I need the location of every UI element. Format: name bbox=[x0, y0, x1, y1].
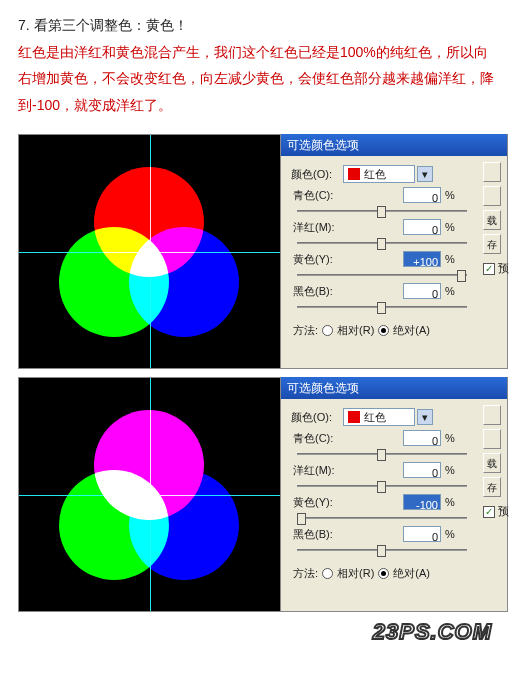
percent-sign: % bbox=[445, 492, 455, 513]
selective-color-panel-1: 可选颜色选项 颜色(O): 红色 ▾ 青色(C): 0 % bbox=[281, 134, 508, 369]
radio-absolute-label: 绝对(A) bbox=[393, 320, 430, 341]
demo-1: 可选颜色选项 颜色(O): 红色 ▾ 青色(C): 0 % bbox=[18, 134, 508, 369]
circle-red bbox=[94, 167, 204, 277]
slider-track[interactable] bbox=[297, 449, 467, 459]
method-row: 方法: 相对(R) 绝对(A) bbox=[281, 320, 507, 341]
dropdown-button[interactable]: ▾ bbox=[417, 409, 433, 425]
color-label: 颜色(O): bbox=[291, 407, 343, 428]
slider-label: 青色(C): bbox=[293, 428, 343, 449]
ok-button[interactable] bbox=[483, 405, 501, 425]
color-swatch-icon bbox=[348, 168, 360, 180]
slider-label: 黄色(Y): bbox=[293, 249, 343, 270]
panel-titlebar: 可选颜色选项 bbox=[281, 377, 507, 399]
method-label: 方法: bbox=[293, 563, 318, 584]
side-buttons: 载 存 ✓ 预 bbox=[483, 162, 509, 279]
slider-cyan: 青色(C): 0 % bbox=[281, 429, 507, 459]
chevron-down-icon: ▾ bbox=[422, 164, 428, 185]
preview-checkbox[interactable]: ✓ bbox=[483, 263, 495, 275]
slider-value-input[interactable]: +100 bbox=[403, 251, 441, 267]
slider-label: 黑色(B): bbox=[293, 281, 343, 302]
slider-yellow: 黄色(Y): +100 % bbox=[281, 250, 507, 280]
percent-sign: % bbox=[445, 217, 455, 238]
slider-label: 青色(C): bbox=[293, 185, 343, 206]
demo-2: 可选颜色选项 颜色(O): 红色 ▾ 青色(C): 0 % bbox=[18, 377, 508, 612]
slider-track[interactable] bbox=[297, 302, 467, 312]
footer: 23PS.COM 图片处理教程网 bbox=[18, 620, 508, 652]
step-heading: 7. 看第三个调整色：黄色！ bbox=[18, 12, 496, 39]
circles-mgb bbox=[59, 418, 239, 578]
slider-black: 黑色(B): 0 % bbox=[281, 525, 507, 555]
slider-magenta: 洋红(M): 0 % bbox=[281, 461, 507, 491]
color-selected: 红色 bbox=[364, 407, 410, 428]
explanation-paragraph: 红色是由洋红和黄色混合产生，我们这个红色已经是100%的纯红色，所以向右增加黄色… bbox=[18, 39, 496, 119]
color-swatch-icon bbox=[348, 411, 360, 423]
watermark-subtitle: 图片处理教程网 bbox=[429, 649, 492, 652]
circle-magenta bbox=[94, 410, 204, 520]
percent-sign: % bbox=[445, 249, 455, 270]
slider-track[interactable] bbox=[297, 513, 467, 523]
panel-titlebar: 可选颜色选项 bbox=[281, 134, 507, 156]
slider-track[interactable] bbox=[297, 206, 467, 216]
radio-absolute[interactable] bbox=[378, 325, 389, 336]
preview-checkbox[interactable]: ✓ bbox=[483, 506, 495, 518]
dropdown-button[interactable]: ▾ bbox=[417, 166, 433, 182]
preview-label: 预 bbox=[498, 258, 509, 279]
selective-color-panel-2: 可选颜色选项 颜色(O): 红色 ▾ 青色(C): 0 % bbox=[281, 377, 508, 612]
circles-rgb bbox=[59, 175, 239, 335]
slider-value-input[interactable]: 0 bbox=[403, 187, 441, 203]
side-buttons: 载 存 ✓ 预 bbox=[483, 405, 509, 522]
color-dropdown[interactable]: 红色 bbox=[343, 165, 415, 183]
save-button[interactable]: 存 bbox=[483, 234, 501, 254]
slider-black: 黑色(B): 0 % bbox=[281, 282, 507, 312]
slider-value-input[interactable]: 0 bbox=[403, 526, 441, 542]
color-label: 颜色(O): bbox=[291, 164, 343, 185]
slider-track[interactable] bbox=[297, 545, 467, 555]
canvas-1 bbox=[18, 134, 281, 369]
load-button[interactable]: 载 bbox=[483, 453, 501, 473]
slider-value-input[interactable]: 0 bbox=[403, 219, 441, 235]
radio-relative[interactable] bbox=[322, 568, 333, 579]
slider-cyan: 青色(C): 0 % bbox=[281, 186, 507, 216]
radio-relative-label: 相对(R) bbox=[337, 563, 374, 584]
slider-label: 黄色(Y): bbox=[293, 492, 343, 513]
slider-value-input[interactable]: 0 bbox=[403, 462, 441, 478]
slider-yellow: 黄色(Y): -100 % bbox=[281, 493, 507, 523]
slider-value-input[interactable]: -100 bbox=[403, 494, 441, 510]
percent-sign: % bbox=[445, 460, 455, 481]
save-button[interactable]: 存 bbox=[483, 477, 501, 497]
slider-track[interactable] bbox=[297, 481, 467, 491]
radio-relative-label: 相对(R) bbox=[337, 320, 374, 341]
preview-label: 预 bbox=[498, 501, 509, 522]
slider-magenta: 洋红(M): 0 % bbox=[281, 218, 507, 248]
slider-label: 洋红(M): bbox=[293, 217, 343, 238]
slider-value-input[interactable]: 0 bbox=[403, 430, 441, 446]
percent-sign: % bbox=[445, 428, 455, 449]
slider-track[interactable] bbox=[297, 270, 467, 280]
radio-absolute[interactable] bbox=[378, 568, 389, 579]
ok-button[interactable] bbox=[483, 162, 501, 182]
method-row: 方法: 相对(R) 绝对(A) bbox=[281, 563, 507, 584]
slider-label: 黑色(B): bbox=[293, 524, 343, 545]
cancel-button[interactable] bbox=[483, 186, 501, 206]
slider-value-input[interactable]: 0 bbox=[403, 283, 441, 299]
slider-label: 洋红(M): bbox=[293, 460, 343, 481]
percent-sign: % bbox=[445, 185, 455, 206]
watermark-brand: 23PS.COM bbox=[373, 611, 492, 653]
chevron-down-icon: ▾ bbox=[422, 407, 428, 428]
slider-track[interactable] bbox=[297, 238, 467, 248]
color-selected: 红色 bbox=[364, 164, 410, 185]
method-label: 方法: bbox=[293, 320, 318, 341]
preview-checkbox-row: ✓ 预 bbox=[483, 501, 509, 522]
percent-sign: % bbox=[445, 281, 455, 302]
cancel-button[interactable] bbox=[483, 429, 501, 449]
radio-relative[interactable] bbox=[322, 325, 333, 336]
load-button[interactable]: 载 bbox=[483, 210, 501, 230]
canvas-2 bbox=[18, 377, 281, 612]
radio-absolute-label: 绝对(A) bbox=[393, 563, 430, 584]
percent-sign: % bbox=[445, 524, 455, 545]
color-dropdown[interactable]: 红色 bbox=[343, 408, 415, 426]
preview-checkbox-row: ✓ 预 bbox=[483, 258, 509, 279]
